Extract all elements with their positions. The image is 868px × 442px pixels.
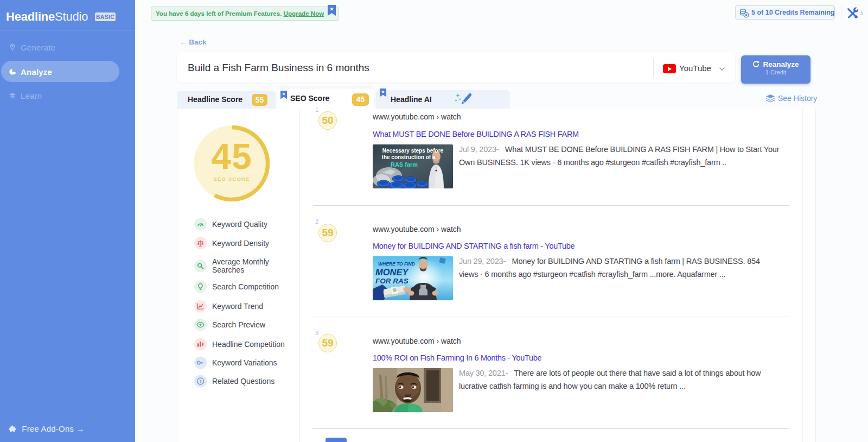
svg-text:WHERE TO FIND: WHERE TO FIND <box>378 261 415 267</box>
svg-text:RAS farm: RAS farm <box>391 161 418 168</box>
svg-text:MONEY: MONEY <box>375 267 410 277</box>
svg-text:the construction of a: the construction of a <box>382 154 436 160</box>
svg-text:FOR RAS: FOR RAS <box>375 277 409 285</box>
svg-text:Necessary steps before: Necessary steps before <box>382 148 444 154</box>
svg-text:?: ? <box>199 379 202 384</box>
